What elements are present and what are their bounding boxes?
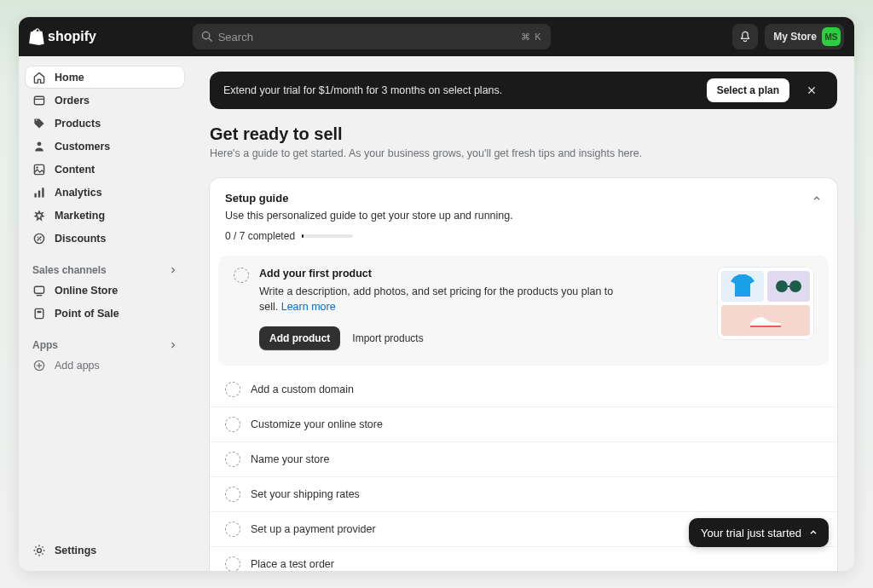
- sidebar-item-add-apps[interactable]: Add apps: [26, 355, 184, 376]
- sidebar-item-label: Home: [55, 72, 84, 84]
- sidebar-item-discounts[interactable]: Discounts: [26, 228, 184, 249]
- guide-item-title: Add your first product: [259, 268, 708, 280]
- online-store-icon: [32, 284, 46, 297]
- chevron-up-icon: [808, 527, 818, 538]
- chevron-right-icon: [169, 266, 177, 274]
- card-header: Setup guide Use this personalized guide …: [210, 178, 837, 249]
- step-circle-icon[interactable]: [225, 487, 240, 502]
- svg-rect-9: [42, 187, 43, 197]
- sidebar-item-label: Marketing: [55, 210, 105, 222]
- sneaker-icon: [745, 310, 786, 331]
- topbar-right: My Store MS: [732, 24, 844, 49]
- search-icon: [201, 31, 213, 43]
- guide-item-shipping-rates[interactable]: Set your shipping rates: [210, 476, 837, 511]
- sidebar-item-pos[interactable]: Point of Sale: [26, 303, 184, 324]
- sidebar-item-label: Content: [55, 164, 95, 176]
- topbar: shopify Search ⌘ K My Store MS: [19, 17, 854, 56]
- banner-close-button[interactable]: [800, 78, 824, 102]
- step-circle-icon[interactable]: [225, 556, 240, 571]
- sidebar-item-content[interactable]: Content: [26, 159, 184, 180]
- svg-rect-17: [38, 310, 42, 312]
- sidebar-item-orders[interactable]: Orders: [26, 89, 184, 111]
- trial-banner: Extend your trial for $1/month for 3 mon…: [210, 72, 837, 109]
- guide-item-add-product[interactable]: Add your first product Write a descripti…: [218, 256, 829, 366]
- sidebar-heading-channels[interactable]: Sales channels: [26, 264, 184, 276]
- search-kbd: ⌘ K: [521, 32, 541, 43]
- sidebar-footer: Settings: [26, 539, 184, 561]
- progress-row: 0 / 7 completed: [225, 230, 822, 242]
- guide-item-name-store[interactable]: Name your store: [210, 441, 837, 476]
- close-icon: [807, 85, 817, 95]
- step-circle-icon[interactable]: [225, 382, 240, 397]
- step-circle-icon[interactable]: [225, 452, 240, 467]
- sidebar-item-label: Settings: [55, 545, 96, 556]
- apps-nav: Add apps: [26, 355, 184, 376]
- sidebar-item-customers[interactable]: Customers: [26, 135, 184, 157]
- guide-item-test-order[interactable]: Place a test order: [210, 546, 837, 571]
- pos-icon: [32, 307, 46, 320]
- trial-pill[interactable]: Your trial just started: [689, 518, 829, 547]
- learn-more-link[interactable]: Learn more: [281, 301, 336, 313]
- sidebar-item-settings[interactable]: Settings: [26, 539, 184, 561]
- sidebar-item-label: Products: [55, 118, 101, 130]
- svg-point-21: [38, 548, 42, 552]
- import-products-button[interactable]: Import products: [352, 332, 423, 344]
- main-row: Home Orders Products Customers Content: [19, 56, 854, 571]
- brand-logo[interactable]: shopify: [29, 28, 96, 45]
- progress-bar: [302, 234, 353, 238]
- svg-point-25: [789, 280, 801, 292]
- store-switcher[interactable]: My Store MS: [765, 24, 844, 49]
- svg-point-24: [776, 280, 788, 292]
- sidebar-item-online-store[interactable]: Online Store: [26, 280, 184, 301]
- step-circle-icon[interactable]: [234, 268, 249, 283]
- search-input[interactable]: Search ⌘ K: [193, 24, 551, 49]
- banner-message: Extend your trial for $1/month for 3 mon…: [223, 84, 697, 96]
- add-product-button[interactable]: Add product: [259, 326, 340, 350]
- guide-item-desc: Write a description, add photos, and set…: [259, 285, 617, 314]
- svg-point-4: [38, 141, 42, 146]
- app-window: shopify Search ⌘ K My Store MS Home: [19, 17, 854, 571]
- guide-item-customize-store[interactable]: Customize your online store: [210, 406, 837, 441]
- sidebar: Home Orders Products Customers Content: [19, 56, 191, 571]
- analytics-icon: [32, 186, 46, 199]
- sidebar-item-marketing[interactable]: Marketing: [26, 205, 184, 226]
- step-circle-icon[interactable]: [225, 417, 240, 432]
- customers-icon: [32, 140, 46, 153]
- svg-rect-16: [35, 308, 43, 318]
- sidebar-item-label: Discounts: [55, 233, 106, 245]
- svg-rect-7: [34, 193, 36, 197]
- svg-point-13: [40, 239, 42, 240]
- bell-icon: [738, 30, 752, 43]
- select-plan-button[interactable]: Select a plan: [707, 78, 789, 102]
- chevron-up-icon: [812, 193, 822, 204]
- svg-point-6: [36, 166, 38, 168]
- guide-expanded-body: Add your first product Write a descripti…: [259, 268, 708, 350]
- sidebar-heading-apps[interactable]: Apps: [26, 339, 184, 351]
- guide-item-custom-domain[interactable]: Add a custom domain: [210, 372, 837, 406]
- home-icon: [32, 71, 46, 84]
- guide-item-label: Name your store: [251, 453, 329, 465]
- collapse-button[interactable]: [812, 193, 822, 204]
- svg-line-1: [209, 38, 212, 42]
- svg-point-12: [38, 236, 39, 238]
- content: Extend your trial for $1/month for 3 mon…: [191, 56, 854, 571]
- brand-name: shopify: [48, 29, 96, 44]
- store-avatar: MS: [822, 27, 841, 46]
- svg-rect-8: [38, 190, 40, 197]
- guide-item-label: Set your shipping rates: [251, 488, 360, 500]
- sidebar-item-analytics[interactable]: Analytics: [26, 182, 184, 203]
- sunglasses-icon: [773, 278, 804, 295]
- sidebar-item-label: Point of Sale: [55, 308, 119, 320]
- sidebar-item-home[interactable]: Home: [26, 66, 184, 88]
- channels-nav: Online Store Point of Sale: [26, 280, 184, 324]
- notifications-button[interactable]: [732, 24, 758, 49]
- store-name: My Store: [773, 31, 817, 43]
- svg-rect-2: [34, 96, 43, 105]
- guide-item-label: Place a test order: [251, 558, 334, 570]
- step-circle-icon[interactable]: [225, 522, 240, 537]
- sidebar-item-label: Customers: [55, 141, 110, 153]
- page-title: Get ready to sell: [210, 124, 837, 144]
- sidebar-item-products[interactable]: Products: [26, 112, 184, 134]
- svg-rect-5: [34, 164, 43, 174]
- setup-guide-card: Setup guide Use this personalized guide …: [210, 178, 837, 571]
